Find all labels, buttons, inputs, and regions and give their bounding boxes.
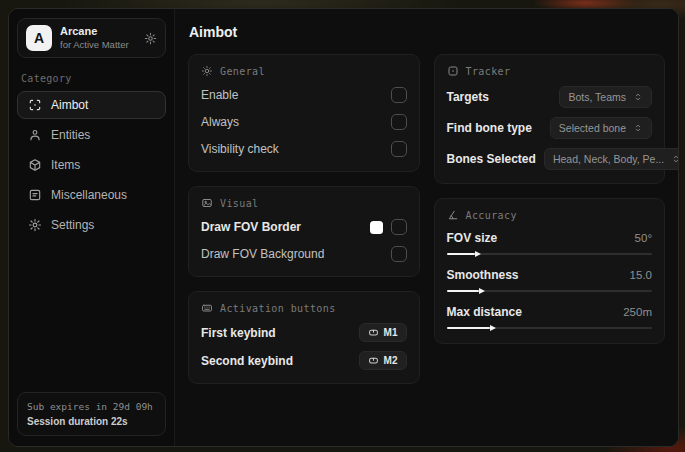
setting-row: Visibility check bbox=[201, 140, 407, 158]
setting-label: First keybind bbox=[201, 326, 276, 340]
first-keybind-button[interactable]: M1 bbox=[359, 323, 407, 342]
setting-row: Second keybind M2 bbox=[201, 351, 407, 370]
accuracy-card: Accuracy FOV size 50° bbox=[434, 198, 666, 344]
board-icon bbox=[28, 188, 42, 202]
fov-size-slider[interactable] bbox=[447, 253, 653, 255]
focus-icon bbox=[447, 65, 459, 77]
sidebar-item-settings[interactable]: Settings bbox=[17, 211, 166, 239]
find-bone-type-dropdown[interactable]: Selected bone bbox=[550, 117, 652, 139]
scan-icon bbox=[28, 98, 42, 112]
activation-card: Activation buttons First keybind M1 Seco… bbox=[188, 291, 420, 384]
max-distance-slider-block: Max distance 250m bbox=[447, 305, 653, 329]
general-card: General Enable Always Visibility check bbox=[188, 54, 420, 172]
slider-value: 250m bbox=[623, 306, 652, 318]
slider-thumb[interactable] bbox=[475, 251, 481, 257]
always-checkbox[interactable] bbox=[391, 114, 407, 130]
brand-name: Arcane bbox=[60, 25, 136, 39]
setting-label: Always bbox=[201, 115, 239, 129]
dropdown-value: Bots, Teams bbox=[568, 91, 626, 103]
sidebar-item-entities[interactable]: Entities bbox=[17, 121, 166, 149]
setting-label: Draw FOV Border bbox=[201, 220, 301, 234]
setting-label: Visibility check bbox=[201, 142, 279, 156]
setting-row: Draw FOV Border bbox=[201, 218, 407, 236]
sidebar-item-miscellaneous[interactable]: Miscellaneous bbox=[17, 181, 166, 209]
setting-label: FOV size bbox=[447, 231, 498, 245]
sidebar-item-label: Miscellaneous bbox=[51, 188, 127, 202]
section-title: Activation buttons bbox=[220, 303, 336, 314]
section-title: Visual bbox=[220, 198, 259, 209]
arcane-window: A Arcane for Active Matter Category Aimb… bbox=[8, 8, 679, 447]
brand-text: Arcane for Active Matter bbox=[60, 25, 136, 51]
setting-label: Bones Selected bbox=[447, 152, 536, 166]
slider-thumb[interactable] bbox=[490, 325, 496, 331]
keybind-value: M2 bbox=[384, 355, 398, 366]
setting-label: Draw FOV Background bbox=[201, 247, 324, 261]
gear-icon bbox=[28, 218, 42, 232]
slider-value: 50° bbox=[635, 232, 652, 244]
sidebar-item-label: Settings bbox=[51, 218, 94, 232]
section-title: Accuracy bbox=[466, 210, 517, 221]
main-content: Aimbot General Enable Alw bbox=[175, 9, 678, 446]
setting-label: Max distance bbox=[447, 305, 522, 319]
setting-label: Find bone type bbox=[447, 121, 532, 135]
person-icon bbox=[28, 128, 42, 142]
sidebar-item-label: Items bbox=[51, 158, 80, 172]
visual-card-header: Visual bbox=[201, 197, 407, 209]
sidebar: A Arcane for Active Matter Category Aimb… bbox=[9, 9, 175, 446]
sidebar-item-label: Aimbot bbox=[51, 98, 88, 112]
sun-icon bbox=[201, 65, 213, 77]
brand-card: A Arcane for Active Matter bbox=[17, 18, 166, 58]
session-duration-text: Session duration 22s bbox=[27, 416, 156, 427]
section-title: General bbox=[220, 66, 265, 77]
slider-fill bbox=[447, 290, 480, 292]
dropdown-value: Head, Neck, Body, Pe... bbox=[553, 153, 664, 165]
chevron-up-down-icon bbox=[633, 123, 643, 133]
activation-card-header: Activation buttons bbox=[201, 302, 407, 314]
brand-subtitle: for Active Matter bbox=[60, 39, 136, 51]
draw-fov-background-checkbox[interactable] bbox=[391, 246, 407, 262]
setting-row: Draw FOV Background bbox=[201, 245, 407, 263]
arcane-logo: A bbox=[26, 25, 52, 51]
bones-selected-dropdown[interactable]: Head, Neck, Body, Pe... bbox=[544, 148, 678, 170]
right-column: Tracker Targets Bots, Teams Find bone ty… bbox=[434, 54, 666, 398]
section-title: Tracker bbox=[466, 66, 511, 77]
second-keybind-button[interactable]: M2 bbox=[359, 351, 407, 370]
draw-fov-border-checkbox[interactable] bbox=[391, 219, 407, 235]
sidebar-item-items[interactable]: Items bbox=[17, 151, 166, 179]
chevron-up-down-icon bbox=[671, 154, 678, 164]
enable-checkbox[interactable] bbox=[391, 87, 407, 103]
subscription-info-box: Sub expires in 29d 09h Session duration … bbox=[17, 392, 166, 436]
left-column: General Enable Always Visibility check bbox=[188, 54, 420, 398]
setting-label: Enable bbox=[201, 88, 238, 102]
max-distance-slider[interactable] bbox=[447, 327, 653, 329]
keyboard-icon bbox=[201, 302, 213, 314]
cube-icon bbox=[28, 158, 42, 172]
sidebar-item-label: Entities bbox=[51, 128, 90, 142]
gear-icon[interactable] bbox=[144, 32, 157, 45]
slider-value: 15.0 bbox=[630, 269, 652, 281]
setting-row: Enable bbox=[201, 86, 407, 104]
accuracy-card-header: Accuracy bbox=[447, 209, 653, 221]
setting-label: Second keybind bbox=[201, 354, 293, 368]
dropdown-value: Selected bone bbox=[559, 122, 626, 134]
setting-row: First keybind M1 bbox=[201, 323, 407, 342]
sidebar-item-aimbot[interactable]: Aimbot bbox=[17, 91, 166, 119]
visibility-check-checkbox[interactable] bbox=[391, 141, 407, 157]
image-icon bbox=[201, 197, 213, 209]
fov-size-slider-block: FOV size 50° bbox=[447, 231, 653, 255]
fov-border-color-swatch[interactable] bbox=[370, 221, 383, 234]
smoothness-slider[interactable] bbox=[447, 290, 653, 292]
setting-row: Bones Selected Head, Neck, Body, Pe... bbox=[447, 148, 653, 170]
slider-fill bbox=[447, 327, 490, 329]
general-card-header: General bbox=[201, 65, 407, 77]
setting-row: Always bbox=[201, 113, 407, 131]
slider-thumb[interactable] bbox=[479, 288, 485, 294]
targets-dropdown[interactable]: Bots, Teams bbox=[559, 86, 652, 108]
slider-fill bbox=[447, 253, 476, 255]
mouse-icon bbox=[368, 327, 379, 338]
visual-card: Visual Draw FOV Border Draw FOV Backgrou… bbox=[188, 186, 420, 277]
setting-label: Smoothness bbox=[447, 268, 519, 282]
setting-row: Targets Bots, Teams bbox=[447, 86, 653, 108]
keybind-value: M1 bbox=[384, 327, 398, 338]
tracker-card-header: Tracker bbox=[447, 65, 653, 77]
